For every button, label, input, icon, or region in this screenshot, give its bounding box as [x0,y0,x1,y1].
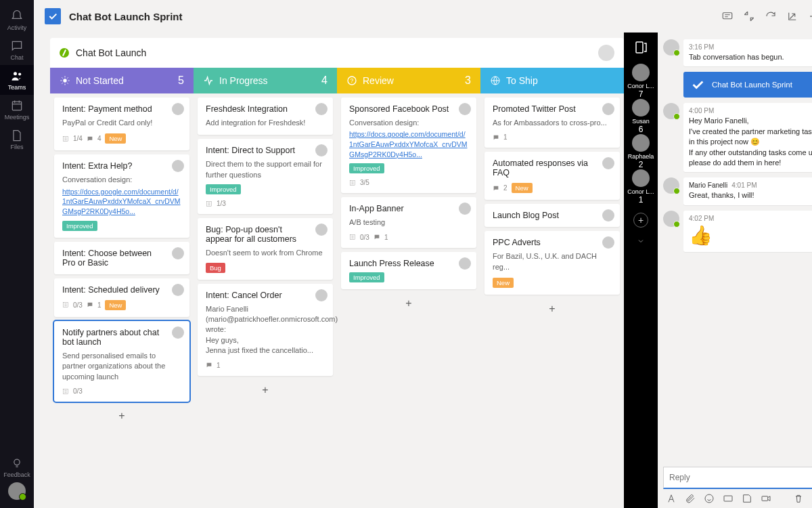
attach-icon[interactable] [685,493,696,504]
msg-time: 4:00 PM [689,107,812,114]
kanban-card[interactable]: Intent: Payment methodPayPal or Credit C… [54,98,189,150]
member-item[interactable]: Conor L...7 [625,64,657,99]
member-count: 7 [639,89,644,99]
msg-time: 4:02 PM [689,215,812,222]
member-name: Conor L... [625,83,657,89]
conversation-icon[interactable] [721,10,734,22]
gif-icon[interactable] [723,493,734,504]
column-header: In Progress4 [194,68,337,93]
kanban-card[interactable]: In-App BannerA/B testing0/31 [341,197,476,247]
add-card-button[interactable]: + [54,406,189,426]
kanban-card[interactable]: Launch Blog Post [484,204,620,227]
member-avatar [632,169,650,187]
card-title: In-App Banner [349,204,468,213]
kanban-card[interactable]: Freshdesk IntegrationAdd integration for… [198,98,333,135]
add-card-button[interactable]: + [341,293,476,314]
add-card-button[interactable]: + [198,380,333,400]
msg-avatar [663,39,679,56]
member-item[interactable]: Susan6 [625,99,657,134]
chat-banner[interactable]: Chat Bot Launch Sprint [683,72,812,98]
card-meta: 1/44New [62,133,181,144]
rail-feedback[interactable]: Feedback [0,452,34,482]
card-assignee-avatar[interactable] [315,224,328,236]
rail-teams[interactable]: Teams [0,65,34,95]
kanban-card[interactable]: Promoted Twitter PostAs for Ambassadors … [484,98,620,148]
member-avatar [632,99,650,117]
kanban-card[interactable]: PPC AdvertsFor Bazil, U.S., U.K. and DAC… [484,231,620,295]
kanban-card[interactable]: Intent: Direct to SupportDirect them to … [198,139,333,214]
rail-chat[interactable]: Chat [0,35,34,65]
card-assignee-avatar[interactable] [172,326,184,339]
card-tag: Improved [349,163,384,173]
card-assignee-avatar[interactable] [315,144,328,156]
rail-files[interactable]: Files [0,125,34,154]
sticker-icon[interactable] [742,493,752,504]
emoji-icon[interactable] [704,493,715,504]
board: Chat Bot Launch Not Started5Intent: Paym… [34,33,624,508]
card-assignee-avatar[interactable] [602,157,614,169]
chat-panel: 3:16 PMTab conversation has begun.Chat B… [658,33,812,508]
card-title: Launch Press Release [349,259,468,268]
delete-icon[interactable] [793,493,804,504]
rail-activity[interactable]: Activity [0,5,34,35]
add-card-button[interactable]: + [484,299,620,319]
members-rail: Conor L...7Susan6Raphaela2Conor L...1 + [624,33,658,508]
card-assignee-avatar[interactable] [602,103,614,115]
topbar-actions [721,10,812,22]
board-header: Chat Bot Launch [50,38,624,68]
kanban-card[interactable]: Intent: Choose between Pro or Basic [54,242,189,274]
card-assignee-avatar[interactable] [172,103,184,115]
board-title: Chat Bot Launch [76,47,146,58]
kanban-card[interactable]: Bug: Pop-up doesn't appear for all custo… [198,218,333,279]
member-item[interactable]: Conor L...1 [625,169,657,205]
card-assignee-avatar[interactable] [602,209,614,221]
bell-icon [10,9,24,23]
format-icon[interactable] [666,493,677,504]
refresh-icon[interactable] [765,10,777,22]
reply-input[interactable] [663,467,812,489]
card-link[interactable]: https://docs.google.com/document/d/1ntGa… [349,129,468,159]
card-assignee-avatar[interactable] [315,289,328,301]
card-assignee-avatar[interactable] [459,257,471,270]
svg-point-0 [14,72,17,75]
svg-rect-4 [723,13,732,19]
meet-icon[interactable] [761,493,771,504]
card-title: Sponsored Facebook Post [349,104,468,114]
card-assignee-avatar[interactable] [459,203,471,215]
kanban-card[interactable]: Intent: Extra Help?Conversation design:h… [54,154,189,237]
popout-icon[interactable] [786,10,798,22]
column-count: 5 [178,75,184,87]
kanban-card[interactable]: Intent: Scheduled delivery0/31New [54,278,189,317]
main-area: Chat Bot Launch Sprint Chat Bot Launch N… [34,0,812,508]
chat-icon [10,39,24,53]
collapse-icon[interactable] [743,10,755,22]
rail-meetings[interactable]: Meetings [0,95,34,125]
card-title: PPC Adverts [493,238,612,247]
members-expand[interactable] [637,236,645,248]
members-toggle[interactable] [633,39,649,56]
user-avatar[interactable] [8,482,26,500]
kanban-card[interactable]: Intent: Cancel OrderMario Fanelli (mario… [198,284,333,376]
msg-emoji: 👍 [689,224,812,248]
card-link[interactable]: https://docs.google.com/document/d/1ntGa… [62,187,181,217]
svg-point-8 [63,79,66,82]
member-count: 1 [639,195,644,205]
card-assignee-avatar[interactable] [172,284,184,296]
card-assignee-avatar[interactable] [459,103,471,115]
member-item[interactable]: Raphaela2 [625,134,657,169]
member-name: Raphaela [625,153,657,160]
kanban-card[interactable]: Automated responses via FAQ2New [484,152,620,200]
kanban-card[interactable]: Launch Press ReleaseImproved [341,252,476,289]
card-assignee-avatar[interactable] [172,247,184,259]
card-assignee-avatar[interactable] [602,236,614,249]
add-member-button[interactable]: + [633,213,648,228]
card-tag: Improved [62,221,97,231]
kanban-card[interactable]: Sponsored Facebook PostConversation desi… [341,98,476,193]
board-owner-avatar[interactable] [598,45,614,61]
column-count: 4 [321,75,328,87]
card-assignee-avatar[interactable] [315,103,328,115]
kanban-columns: Not Started5Intent: Payment methodPayPal… [50,68,624,430]
card-assignee-avatar[interactable] [172,160,184,172]
more-icon[interactable] [808,10,812,22]
kanban-card[interactable]: Notify partners about chat bot launchSen… [54,321,189,402]
